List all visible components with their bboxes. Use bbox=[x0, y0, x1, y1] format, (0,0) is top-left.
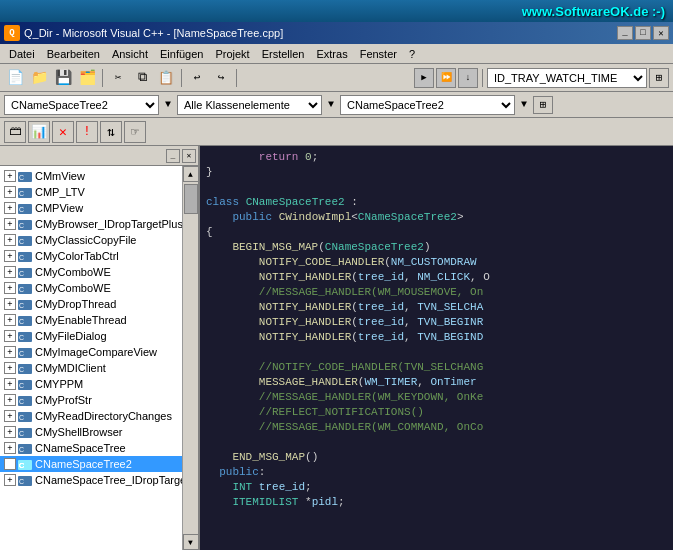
menu-project[interactable]: Projekt bbox=[210, 46, 254, 62]
main-window: Q Q_Dir - Microsoft Visual C++ - [NameSp… bbox=[0, 22, 673, 550]
tree-item[interactable]: +CCMyMDIClient bbox=[0, 360, 182, 376]
menu-bar: Datei Bearbeiten Ansicht Einfügen Projek… bbox=[0, 44, 673, 64]
tree-expand-icon[interactable]: + bbox=[4, 474, 16, 486]
tree-expand-icon[interactable]: + bbox=[4, 266, 16, 278]
code-line: //MESSAGE_HANDLER(WM_KEYDOWN, OnKe bbox=[206, 390, 667, 405]
delete-btn[interactable]: ✕ bbox=[52, 121, 74, 143]
watch-combo[interactable]: ID_TRAY_WATCH_TIME bbox=[487, 68, 647, 88]
tree-expand-icon[interactable]: + bbox=[4, 282, 16, 294]
class-dropdown[interactable]: CNameSpaceTree2 bbox=[4, 95, 159, 115]
code-line: //MESSAGE_HANDLER(WM_COMMAND, OnCo bbox=[206, 420, 667, 435]
tree-expand-icon[interactable]: + bbox=[4, 314, 16, 326]
obj-view-btn[interactable]: 📊 bbox=[28, 121, 50, 143]
menu-insert[interactable]: Einfügen bbox=[155, 46, 208, 62]
menu-build[interactable]: Erstellen bbox=[257, 46, 310, 62]
sep3 bbox=[236, 69, 237, 87]
tree-expand-icon[interactable]: + bbox=[4, 442, 16, 454]
sort-btn[interactable]: ⇅ bbox=[100, 121, 122, 143]
right-panel: return 0;} class CNameSpaceTree2 : publi… bbox=[200, 146, 673, 550]
menu-window[interactable]: Fenster bbox=[355, 46, 402, 62]
menu-help[interactable]: ? bbox=[404, 46, 420, 62]
minimize-button[interactable]: _ bbox=[617, 26, 633, 40]
cut-button[interactable]: ✂ bbox=[107, 67, 129, 89]
paste-button[interactable]: 📋 bbox=[155, 67, 177, 89]
tree-item[interactable]: +CCMPView bbox=[0, 200, 182, 216]
tree-item[interactable]: +CCMyBrowser_IDropTargetPlus bbox=[0, 216, 182, 232]
open-button[interactable]: 📁 bbox=[28, 67, 50, 89]
new-button[interactable]: 📄 bbox=[4, 67, 26, 89]
save-button[interactable]: 💾 bbox=[52, 67, 74, 89]
code-editor[interactable]: return 0;} class CNameSpaceTree2 : publi… bbox=[200, 146, 673, 550]
tree-expand-icon[interactable]: + bbox=[4, 250, 16, 262]
tree-expand-icon[interactable]: + bbox=[4, 410, 16, 422]
tree-expand-icon[interactable]: + bbox=[4, 394, 16, 406]
tree-item-label: CMyMDIClient bbox=[35, 362, 106, 374]
code-line: return 0; bbox=[206, 150, 667, 165]
tree-item[interactable]: +CCMYPPM bbox=[0, 376, 182, 392]
scroll-up[interactable]: ▲ bbox=[183, 166, 199, 182]
redo-button[interactable]: ↪ bbox=[210, 67, 232, 89]
scroll-down[interactable]: ▼ bbox=[183, 534, 199, 550]
method-dropdown[interactable]: CNameSpaceTree2 bbox=[340, 95, 515, 115]
filter-dropdown[interactable]: Alle Klassenelemente bbox=[177, 95, 322, 115]
code-line: INT tree_id; bbox=[206, 480, 667, 495]
tree-item[interactable]: +CCMyDropThread bbox=[0, 296, 182, 312]
tree-item[interactable]: +CCMyProfStr bbox=[0, 392, 182, 408]
debug-btn2[interactable]: ⏩ bbox=[436, 68, 456, 88]
undo-button[interactable]: ↩ bbox=[186, 67, 208, 89]
tree-item[interactable]: +CCMyFileDialog bbox=[0, 328, 182, 344]
debug-btn3[interactable]: ↓ bbox=[458, 68, 478, 88]
toolbar-secondary: 🗃 📊 ✕ ! ⇅ ☞ bbox=[0, 118, 673, 146]
save-all-button[interactable]: 🗂️ bbox=[76, 67, 98, 89]
tree-item[interactable]: +CCNameSpaceTree2 bbox=[0, 456, 182, 472]
tree-item[interactable]: +CCMmView bbox=[0, 168, 182, 184]
code-line: NOTIFY_HANDLER(tree_id, TVN_SELCHA bbox=[206, 300, 667, 315]
menu-edit[interactable]: Bearbeiten bbox=[42, 46, 105, 62]
menu-file[interactable]: Datei bbox=[4, 46, 40, 62]
panel-close[interactable]: ✕ bbox=[182, 149, 196, 163]
tree-item[interactable]: +CCMyEnableThread bbox=[0, 312, 182, 328]
dropdown-arrow2: ▼ bbox=[326, 99, 336, 110]
tree-item[interactable]: +CCMP_LTV bbox=[0, 184, 182, 200]
copy-button[interactable]: ⧉ bbox=[131, 67, 153, 89]
tree-expand-icon[interactable]: + bbox=[4, 330, 16, 342]
tree-item[interactable]: +CCMyComboWE bbox=[0, 264, 182, 280]
app-icon: Q bbox=[4, 25, 20, 41]
tree-expand-icon[interactable]: + bbox=[4, 202, 16, 214]
tree-expand-icon[interactable]: + bbox=[4, 426, 16, 438]
tree-item[interactable]: +CCMyComboWE bbox=[0, 280, 182, 296]
tree-item[interactable]: +CCMyReadDirectoryChanges bbox=[0, 408, 182, 424]
panel-minimize[interactable]: _ bbox=[166, 149, 180, 163]
menu-tools[interactable]: Extras bbox=[311, 46, 352, 62]
tree-expand-icon[interactable]: + bbox=[4, 234, 16, 246]
tree-expand-icon[interactable]: + bbox=[4, 298, 16, 310]
tree-expand-icon[interactable]: + bbox=[4, 362, 16, 374]
tree-expand-icon[interactable]: + bbox=[4, 218, 16, 230]
tree-item[interactable]: +CCNameSpaceTree bbox=[0, 440, 182, 456]
tree-node-icon: C bbox=[18, 217, 32, 231]
scroll-thumb[interactable] bbox=[184, 184, 198, 214]
menu-view[interactable]: Ansicht bbox=[107, 46, 153, 62]
tree-expand-icon[interactable]: + bbox=[4, 346, 16, 358]
tree-item[interactable]: +CCMyImageCompareView bbox=[0, 344, 182, 360]
tree-expand-icon[interactable]: + bbox=[4, 186, 16, 198]
tree-item[interactable]: +CCMyClassicCopyFile bbox=[0, 232, 182, 248]
class-tree[interactable]: +CCMmView+CCMP_LTV+CCMPView+CCMyBrowser_… bbox=[0, 166, 182, 550]
tree-scrollbar[interactable]: ▲ ▼ bbox=[182, 166, 198, 550]
tree-expand-icon[interactable]: + bbox=[4, 458, 16, 470]
tree-expand-icon[interactable]: + bbox=[4, 170, 16, 182]
toolbar-extra[interactable]: ⊞ bbox=[649, 68, 669, 88]
close-button[interactable]: ✕ bbox=[653, 26, 669, 40]
tree-item[interactable]: +CCMyShellBrowser bbox=[0, 424, 182, 440]
maximize-button[interactable]: □ bbox=[635, 26, 651, 40]
class-view-btn[interactable]: 🗃 bbox=[4, 121, 26, 143]
filter-btn[interactable]: ⊞ bbox=[533, 96, 553, 114]
tree-item[interactable]: +CCMyColorTabCtrl bbox=[0, 248, 182, 264]
debug-btn1[interactable]: ▶ bbox=[414, 68, 434, 88]
tree-item[interactable]: +CCNameSpaceTree_IDropTargetPlus bbox=[0, 472, 182, 488]
hand-btn[interactable]: ☞ bbox=[124, 121, 146, 143]
svg-text:C: C bbox=[19, 398, 24, 405]
svg-text:C: C bbox=[19, 462, 24, 469]
tree-expand-icon[interactable]: + bbox=[4, 378, 16, 390]
warning-btn[interactable]: ! bbox=[76, 121, 98, 143]
